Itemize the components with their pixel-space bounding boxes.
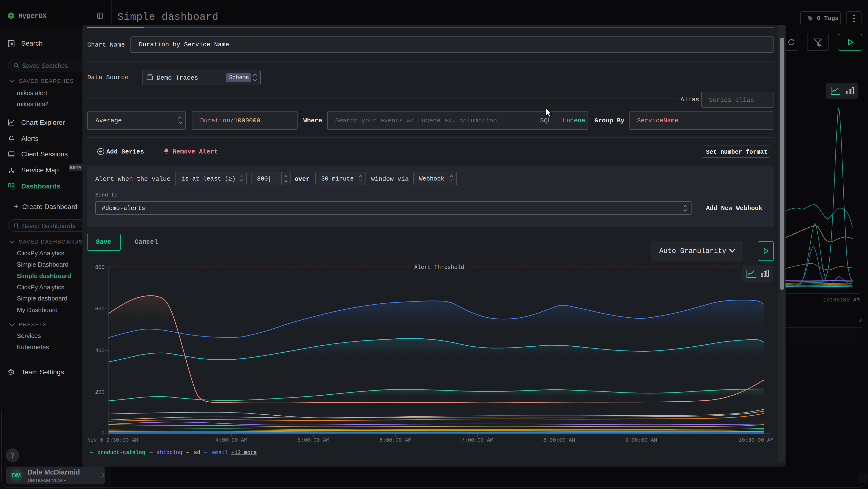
svg-text:Alert Threshold: Alert Threshold (414, 264, 464, 270)
